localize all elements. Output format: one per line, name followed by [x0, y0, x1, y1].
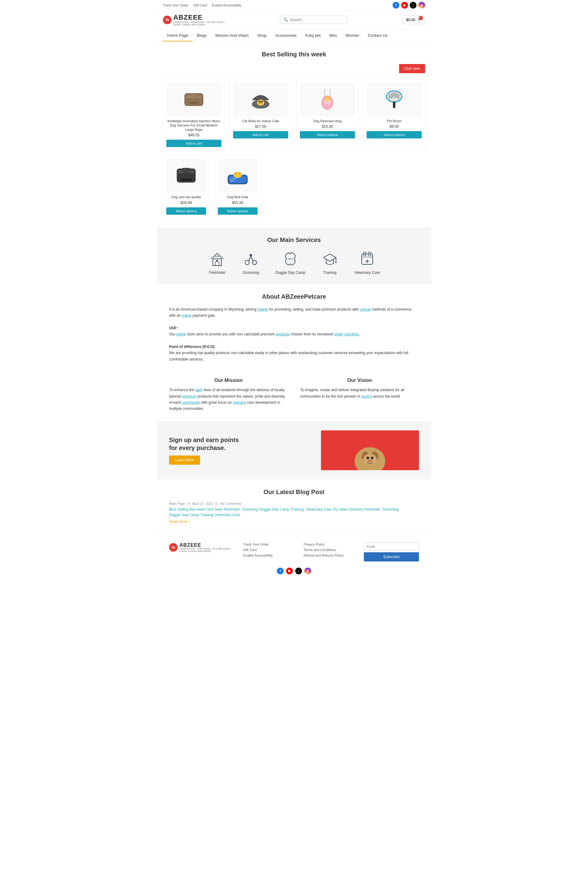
tiktok-icon[interactable]: ♪ [410, 2, 417, 9]
blog-link-7[interactable]: PetsHotel [364, 507, 380, 512]
add-to-cart-1[interactable]: Add to cart [166, 140, 221, 147]
blog-links: Best Selling this week Click here PetsHo… [169, 507, 419, 517]
nav-contact[interactable]: Contact Us [363, 29, 392, 41]
blog-link-9[interactable]: Doggie Day Camp [169, 513, 199, 517]
blog-title: Our Latest Blog Post [169, 489, 419, 496]
footer-youtube-icon[interactable]: ▶ [286, 568, 293, 574]
nav-mission[interactable]: Mission And Vision [211, 29, 253, 41]
nav-shop[interactable]: Shop [253, 29, 271, 41]
add-to-cart-2[interactable]: Add to cart [233, 131, 288, 138]
read-more-link[interactable]: Read More » [169, 519, 419, 524]
product-card-3: Dog Restraint sling $15.00 Select option… [297, 80, 358, 151]
product-img-svg-5 [174, 163, 198, 188]
facebook-icon[interactable]: f [393, 2, 399, 9]
search-input[interactable] [290, 18, 344, 22]
product-img-svg-2 [248, 87, 273, 112]
petshotel-svg [208, 250, 226, 268]
blog-category: Main Page [169, 502, 185, 506]
footer-logo-text: ABZEEE PERFECTION · PRECISION · FUTURE R… [180, 543, 231, 553]
bestselling-section: Best Selling this week Click here Kinded… [157, 42, 431, 227]
product-img-5 [166, 159, 206, 192]
header: % ABZEEE PERFECTION · PRECISION · FUTURE… [157, 11, 431, 29]
service-label-vet: Veterinary Care [354, 270, 380, 275]
product-price-1: $49.55 [166, 133, 221, 137]
products-row1: Kindedge Innovative bamboo fibers Dog Ha… [163, 80, 425, 151]
svg-point-8 [261, 101, 263, 103]
footer: % ABZEEE PERFECTION · PRECISION · FUTURE… [157, 533, 431, 580]
service-vet: Veterinary Care [354, 250, 380, 275]
svg-rect-29 [181, 178, 192, 181]
product-card-5: Dog vest top quality $39.99 Select optio… [163, 155, 210, 218]
nav-koky[interactable]: Koky pet [301, 29, 325, 41]
footer-logo-wrap: % ABZEEE PERFECTION · PRECISION · FUTURE… [169, 543, 231, 553]
mission-title: Our Mission [169, 378, 288, 383]
service-label-grooming: Grooming [242, 270, 260, 275]
logo-tagline: PERFECTION · PRECISION · FUTURE READYEVE… [173, 21, 225, 26]
click-here-button[interactable]: Click here [399, 64, 425, 73]
nav-blogs[interactable]: Blogs [193, 29, 212, 41]
footer-tiktok-icon[interactable]: ♪ [295, 568, 302, 574]
blog-link-1[interactable]: Click here [206, 507, 222, 512]
svg-point-6 [257, 99, 264, 106]
product-img-6: 3 SIZE BED [218, 159, 258, 192]
search-wrap: 🔍 [280, 16, 347, 24]
footer-logo: % ABZEEE PERFECTION · PRECISION · FUTURE… [169, 543, 231, 553]
blog-link-5[interactable]: Training [291, 507, 304, 512]
footer-refund[interactable]: Refund and Returns Policy [303, 554, 352, 557]
cart-icon-wrap: 🛒 0 [417, 18, 421, 22]
logo[interactable]: % ABZEEE PERFECTION · PRECISION · FUTURE… [163, 14, 225, 26]
nav-men[interactable]: Men [325, 29, 341, 41]
gift-card-link[interactable]: Gift Card [193, 3, 207, 7]
footer-email-input[interactable] [364, 543, 419, 550]
nav-accessories[interactable]: Accessories [271, 29, 301, 41]
svg-text:BED: BED [230, 180, 234, 182]
footer-privacy[interactable]: Privacy Policy [303, 543, 352, 546]
blog-link-2[interactable]: PetsHotel [224, 507, 240, 512]
footer-gift-card[interactable]: Gift Card [243, 548, 291, 552]
svg-point-14 [325, 96, 330, 100]
blog-link-3[interactable]: Grooming [242, 507, 258, 512]
cart-button[interactable]: $0.00 🛒 0 [402, 16, 425, 24]
select-options-3[interactable]: Select options [300, 131, 355, 138]
nav-home[interactable]: Home Page [163, 29, 193, 41]
blog-link-10[interactable]: Training [200, 513, 213, 517]
product-card-1: Kindedge Innovative bamboo fibers Dog Ha… [163, 80, 225, 151]
accessibility-link[interactable]: Enable Accessibility [212, 3, 242, 7]
services-title: Our Main Services [163, 237, 425, 243]
vet-icon [358, 250, 376, 268]
footer-instagram-icon[interactable]: ◎ [304, 568, 311, 574]
svg-point-58 [367, 457, 369, 459]
blog-link-0[interactable]: Best Selling this week [169, 507, 205, 512]
footer-col1: Track Your Order Gift Card Enable Access… [243, 543, 291, 559]
footer-terms[interactable]: Terms and Conditions [303, 548, 352, 552]
footer-track-order[interactable]: Track Your Order [243, 543, 291, 546]
vision-text: To imagine, create and deliver integrate… [300, 387, 419, 399]
vision-col: Our Vision To imagine, create and delive… [300, 378, 419, 412]
service-label-daycamp: Doggie Day Camp [275, 270, 305, 275]
daycamp-svg [281, 250, 300, 268]
svg-point-33 [234, 172, 237, 175]
blog-link-8[interactable]: Grooming [382, 507, 399, 512]
service-daycamp: Doggie Day Camp [275, 250, 305, 275]
blog-link-11[interactable]: Veterinary Care [214, 513, 240, 517]
services-section: Our Main Services PetsHotel [157, 227, 431, 284]
svg-rect-17 [393, 101, 395, 108]
track-order-link[interactable]: Track Your Order [163, 3, 188, 7]
nav-women[interactable]: Women [341, 29, 363, 41]
footer-accessibility[interactable]: Enable Accessibility [243, 554, 291, 557]
learn-more-button[interactable]: Learn More [169, 456, 200, 465]
select-options-5[interactable]: Select options [166, 207, 206, 215]
select-options-4[interactable]: Select options [367, 131, 422, 138]
instagram-icon[interactable]: ◎ [418, 2, 425, 9]
blog-link-4[interactable]: Doggie Day Camp [260, 507, 290, 512]
footer-facebook-icon[interactable]: f [277, 568, 284, 574]
blog-link-6[interactable]: Veterinary Care Our Main Services [306, 507, 363, 512]
product-img-svg-6: 3 SIZE BED [225, 163, 250, 188]
product-name-5: Dog vest top quality [166, 195, 206, 199]
youtube-icon[interactable]: ▶ [401, 2, 408, 9]
logo-name: ABZEEE [173, 14, 225, 21]
footer-subscribe-button[interactable]: Subscribe [364, 552, 419, 561]
main-nav: Home Page Blogs Mission And Vision Shop … [157, 29, 431, 42]
product-img-2 [233, 83, 288, 116]
select-options-6[interactable]: Select options [218, 207, 258, 215]
